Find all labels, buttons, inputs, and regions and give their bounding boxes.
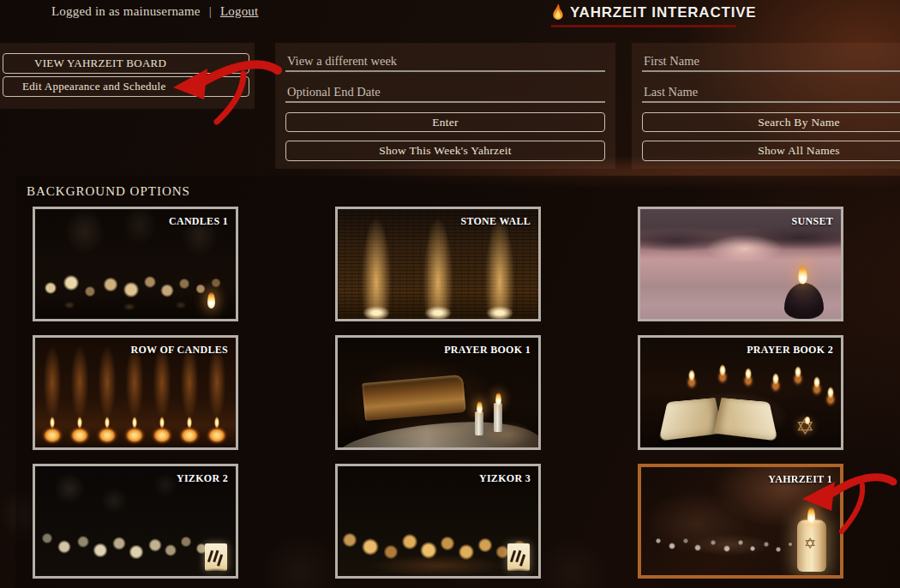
- logged-in-text: Logged in as mainusername: [51, 4, 201, 18]
- background-option-candles-1[interactable]: CANDLES 1: [33, 207, 238, 321]
- tile-label: PRAYER BOOK 2: [747, 344, 833, 357]
- book-graphic: [362, 375, 465, 421]
- background-option-yahrzeit-1[interactable]: ✡ YAHRZEIT 1: [638, 464, 843, 579]
- star-of-david-icon: ✡: [804, 535, 816, 553]
- yahrzeit-lantern-graphic: [205, 543, 227, 571]
- tile-label: YIZKOR 3: [479, 472, 531, 485]
- week-input[interactable]: [285, 51, 605, 72]
- background-options-grid: CANDLES 1 STONE WALL SUNSET ROW OF CANDL…: [33, 207, 900, 579]
- board-actions-panel: VIEW YAHRZEIT BOARD Edit Appearance and …: [0, 43, 255, 109]
- view-yahrzeit-board-button[interactable]: VIEW YAHRZEIT BOARD: [3, 53, 249, 74]
- tile-label: ROW OF CANDLES: [130, 344, 228, 357]
- background-option-stone-wall[interactable]: STONE WALL: [335, 207, 541, 321]
- search-by-name-button[interactable]: Search By Name: [642, 112, 900, 132]
- background-option-yizkor-2[interactable]: YIZKOR 2: [33, 464, 238, 579]
- enter-button[interactable]: Enter: [285, 112, 605, 132]
- show-all-names-button[interactable]: Show All Names: [642, 141, 900, 161]
- background-option-yizkor-3[interactable]: YIZKOR 3: [335, 464, 541, 579]
- background-options-section: BACKGROUND OPTIONS CANDLES 1 STONE WALL …: [15, 176, 900, 588]
- tile-label: YAHRZEIT 1: [768, 473, 832, 486]
- flame-icon: [551, 3, 565, 23]
- background-option-prayer-book-1[interactable]: PRAYER BOOK 1: [335, 335, 541, 450]
- logo-text: YAHRZEIT INTERACTIVE: [570, 3, 757, 23]
- week-panel: Enter Show This Week's Yahrzeit: [275, 43, 615, 169]
- login-status: Logged in as mainusername|Logout: [51, 4, 258, 19]
- separator: |: [209, 4, 212, 18]
- star-candle-holder-graphic: [793, 420, 822, 444]
- candle-flame-graphic: [798, 265, 807, 285]
- background-option-sunset[interactable]: SUNSET: [638, 207, 843, 321]
- name-search-panel: Search By Name Show All Names: [632, 43, 900, 169]
- logout-link[interactable]: Logout: [220, 4, 259, 18]
- tile-label: STONE WALL: [460, 215, 531, 228]
- first-name-input[interactable]: [642, 51, 900, 72]
- candle-graphic: [494, 403, 502, 432]
- yahrzeit-lantern-graphic: [507, 543, 530, 571]
- logo: YAHRZEIT INTERACTIVE: [551, 3, 736, 27]
- candle-flame-graphic: [807, 507, 815, 524]
- candle-graphic: [784, 283, 824, 319]
- candle-flame-graphic: [495, 393, 501, 405]
- candle-graphic: [475, 411, 483, 435]
- show-this-week-button[interactable]: Show This Week's Yahrzeit: [285, 141, 605, 161]
- cloth-graphic: [335, 418, 541, 450]
- background-options-title: BACKGROUND OPTIONS: [15, 176, 900, 199]
- logo-underline: [551, 25, 736, 27]
- background-option-row-of-candles[interactable]: ROW OF CANDLES: [33, 335, 238, 450]
- background-option-prayer-book-2[interactable]: PRAYER BOOK 2: [638, 335, 843, 450]
- tile-label: PRAYER BOOK 1: [444, 344, 531, 357]
- candle-flame-graphic: [207, 291, 215, 309]
- open-book-graphic: [664, 391, 774, 441]
- tile-label: SUNSET: [792, 215, 834, 228]
- tile-label: CANDLES 1: [169, 215, 228, 228]
- tile-label: YIZKOR 2: [177, 472, 228, 485]
- yahrzeit-candle-graphic: ✡: [797, 520, 826, 572]
- last-name-input[interactable]: [642, 82, 900, 103]
- end-date-input[interactable]: [285, 82, 605, 103]
- yahrzeit-admin-page: Logged in as mainusername|Logout YAHRZEI…: [0, 0, 900, 588]
- candle-flame-graphic: [477, 401, 483, 414]
- edit-appearance-button[interactable]: Edit Appearance and Schedule: [3, 76, 249, 97]
